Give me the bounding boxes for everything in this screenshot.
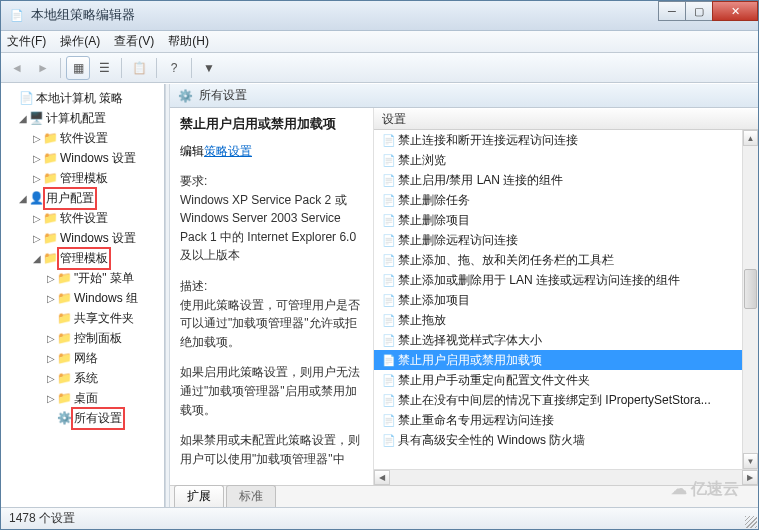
policy-icon: 📄 — [380, 174, 398, 187]
list-item[interactable]: 📄禁止删除任务 — [374, 190, 758, 210]
tree-start-menu[interactable]: ▷📁"开始" 菜单 — [1, 268, 164, 288]
menu-action[interactable]: 操作(A) — [60, 33, 100, 50]
list-item[interactable]: 📄禁止重命名专用远程访问连接 — [374, 410, 758, 430]
app-icon: 📄 — [9, 8, 25, 24]
tree-network[interactable]: ▷📁网络 — [1, 348, 164, 368]
toolbar-separator — [121, 58, 122, 78]
tab-standard[interactable]: 标准 — [226, 485, 276, 507]
policy-icon: 📄 — [380, 334, 398, 347]
list-item-label: 禁止启用/禁用 LAN 连接的组件 — [398, 172, 563, 189]
list-item-label: 禁止选择视觉样式字体大小 — [398, 332, 542, 349]
list-item[interactable]: 📄禁止选择视觉样式字体大小 — [374, 330, 758, 350]
policy-icon: 📄 — [380, 274, 398, 287]
menu-help[interactable]: 帮助(H) — [168, 33, 209, 50]
policy-icon: 📄 — [380, 394, 398, 407]
policy-icon: 📄 — [380, 194, 398, 207]
tree-windows-settings[interactable]: ▷📁Windows 设置 — [1, 148, 164, 168]
properties-button[interactable]: 📋 — [127, 56, 151, 80]
description-label: 描述: — [180, 277, 363, 296]
list-item[interactable]: 📄禁止拖放 — [374, 310, 758, 330]
scroll-down-button[interactable]: ▼ — [743, 453, 758, 469]
toolbar-separator — [191, 58, 192, 78]
policy-icon: 📄 — [380, 294, 398, 307]
close-button[interactable]: ✕ — [712, 1, 758, 21]
list-item[interactable]: 📄禁止在没有中间层的情况下直接绑定到 IPropertySetStora... — [374, 390, 758, 410]
help-button[interactable]: ? — [162, 56, 186, 80]
status-text: 1478 个设置 — [9, 510, 75, 527]
list-item[interactable]: 📄禁止添加或删除用于 LAN 连接或远程访问连接的组件 — [374, 270, 758, 290]
tree-windows-settings[interactable]: ▷📁Windows 设置 — [1, 228, 164, 248]
policy-icon: 📄 — [380, 234, 398, 247]
list-item[interactable]: 📄禁止删除远程访问连接 — [374, 230, 758, 250]
list-item[interactable]: 📄禁止删除项目 — [374, 210, 758, 230]
description-text: 如果禁用或未配置此策略设置，则用户可以使用"加载项管理器"中 — [180, 431, 363, 468]
list-column-header[interactable]: 设置 — [374, 108, 758, 130]
list-item-label: 禁止连接和断开连接远程访问连接 — [398, 132, 578, 149]
list-item[interactable]: 📄具有高级安全性的 Windows 防火墙 — [374, 430, 758, 450]
tabs-bar: 扩展 标准 — [170, 485, 758, 507]
tree-system[interactable]: ▷📁系统 — [1, 368, 164, 388]
tree-admin-templates[interactable]: ◢📁管理模板 — [1, 248, 164, 268]
tree-user-config[interactable]: ◢👤用户配置 — [1, 188, 164, 208]
list-item[interactable]: 📄禁止连接和断开连接远程访问连接 — [374, 130, 758, 150]
tree-admin-templates[interactable]: ▷📁管理模板 — [1, 168, 164, 188]
edit-policy-link[interactable]: 策略设置 — [204, 143, 252, 160]
scroll-thumb[interactable] — [744, 269, 757, 309]
back-button[interactable]: ◄ — [5, 56, 29, 80]
menu-file[interactable]: 文件(F) — [7, 33, 46, 50]
tree-computer-config[interactable]: ◢🖥️计算机配置 — [1, 108, 164, 128]
policy-icon: 📄 — [380, 354, 398, 367]
forward-button[interactable]: ► — [31, 56, 55, 80]
policy-icon: 📄 — [380, 374, 398, 387]
list-item[interactable]: 📄禁止添加项目 — [374, 290, 758, 310]
list-item-label: 禁止添加、拖、放和关闭任务栏的工具栏 — [398, 252, 614, 269]
vertical-scrollbar[interactable]: ▲ ▼ — [742, 130, 758, 469]
header-icon: ⚙️ — [178, 89, 193, 103]
list-item[interactable]: 📄禁止用户启用或禁用加载项 — [374, 350, 758, 370]
requirements-text: Windows XP Service Pack 2 或 Windows Serv… — [180, 191, 363, 265]
content-header: ⚙️ 所有设置 — [170, 84, 758, 108]
content-header-title: 所有设置 — [199, 87, 247, 104]
tree-software-settings[interactable]: ▷📁软件设置 — [1, 128, 164, 148]
policy-icon: 📄 — [380, 254, 398, 267]
policy-icon: 📄 — [380, 414, 398, 427]
list-item[interactable]: 📄禁止浏览 — [374, 150, 758, 170]
scroll-left-button[interactable]: ◀ — [374, 470, 390, 485]
minimize-button[interactable]: ─ — [658, 1, 686, 21]
policy-icon: 📄 — [380, 134, 398, 147]
maximize-button[interactable]: ▢ — [685, 1, 713, 21]
tree-all-settings[interactable]: ⚙️所有设置 — [1, 408, 164, 428]
policy-icon: 📄 — [380, 314, 398, 327]
scroll-up-button[interactable]: ▲ — [743, 130, 758, 146]
view-list-button[interactable]: ☰ — [92, 56, 116, 80]
tree-shared-folders[interactable]: 📁共享文件夹 — [1, 308, 164, 328]
scroll-right-button[interactable]: ▶ — [742, 470, 758, 485]
list-item-label: 禁止删除远程访问连接 — [398, 232, 518, 249]
list-item-label: 禁止重命名专用远程访问连接 — [398, 412, 554, 429]
menubar: 文件(F) 操作(A) 查看(V) 帮助(H) — [1, 31, 758, 53]
list-item[interactable]: 📄禁止添加、拖、放和关闭任务栏的工具栏 — [374, 250, 758, 270]
view-large-button[interactable]: ▦ — [66, 56, 90, 80]
detail-pane: 禁止用户启用或禁用加载项 编辑策略设置 要求: Windows XP Servi… — [170, 108, 374, 485]
list-item-label: 禁止浏览 — [398, 152, 446, 169]
list-item-label: 具有高级安全性的 Windows 防火墙 — [398, 432, 585, 449]
horizontal-scrollbar[interactable]: ◀ ▶ — [374, 469, 758, 485]
toolbar: ◄ ► ▦ ☰ 📋 ? ▼ — [1, 53, 758, 83]
tree-windows-components[interactable]: ▷📁Windows 组 — [1, 288, 164, 308]
requirements-label: 要求: — [180, 172, 363, 191]
list-item[interactable]: 📄禁止用户手动重定向配置文件文件夹 — [374, 370, 758, 390]
list-item-label: 禁止用户手动重定向配置文件文件夹 — [398, 372, 590, 389]
list-item-label: 禁止在没有中间层的情况下直接绑定到 IPropertySetStora... — [398, 392, 711, 409]
tab-extended[interactable]: 扩展 — [174, 485, 224, 507]
tree-desktop[interactable]: ▷📁桌面 — [1, 388, 164, 408]
resize-grip[interactable] — [745, 516, 757, 528]
tree-control-panel[interactable]: ▷📁控制面板 — [1, 328, 164, 348]
list-item[interactable]: 📄禁止启用/禁用 LAN 连接的组件 — [374, 170, 758, 190]
tree-software-settings[interactable]: ▷📁软件设置 — [1, 208, 164, 228]
tree-root[interactable]: 📄本地计算机 策略 — [1, 88, 164, 108]
menu-view[interactable]: 查看(V) — [114, 33, 154, 50]
filter-button[interactable]: ▼ — [197, 56, 221, 80]
window-title: 本地组策略编辑器 — [31, 7, 758, 24]
description-text: 如果启用此策略设置，则用户无法通过"加载项管理器"启用或禁用加载项。 — [180, 363, 363, 419]
list-item-label: 禁止拖放 — [398, 312, 446, 329]
